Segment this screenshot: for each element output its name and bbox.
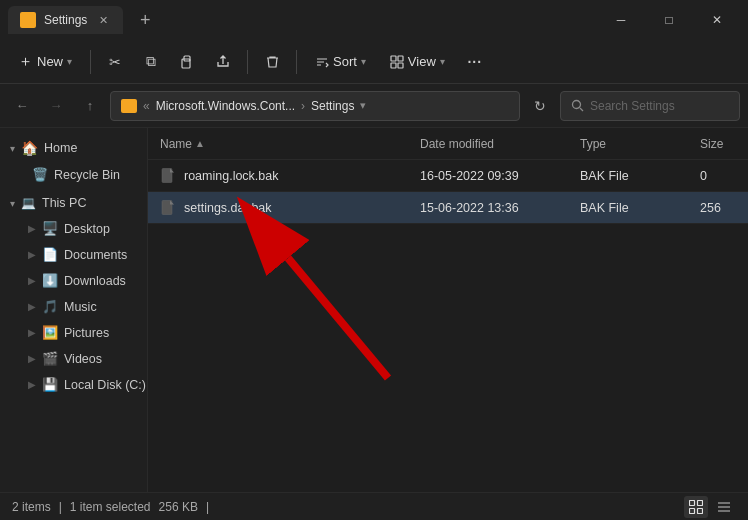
svg-point-6: [573, 101, 581, 109]
copy-button[interactable]: ⧉: [135, 46, 167, 78]
sidebar-item-desktop[interactable]: ▶ 🖥️ Desktop: [4, 216, 143, 241]
close-button[interactable]: ✕: [694, 4, 740, 36]
sidebar-item-documents[interactable]: ▶ 📄 Documents: [4, 242, 143, 267]
file-icon-1: [160, 168, 176, 184]
videos-label: Videos: [64, 352, 102, 366]
active-tab[interactable]: Settings ✕: [8, 6, 123, 34]
videos-icon: 🎬: [42, 351, 58, 366]
file-size-2: 256: [700, 201, 736, 215]
view-button[interactable]: View ▾: [380, 49, 455, 74]
file-name-2: settings.dat.bak: [160, 200, 420, 216]
more-button[interactable]: ···: [459, 46, 491, 78]
address-bar: ← → ↑ « Microsoft.Windows.Cont... › Sett…: [0, 84, 748, 128]
svg-rect-0: [182, 59, 190, 68]
item-count: 2 items: [12, 500, 51, 514]
content-area: Name ▲ Date modified Type Size: [148, 128, 748, 492]
back-button[interactable]: ←: [8, 92, 36, 120]
sidebar-item-home[interactable]: ▾ 🏠 Home: [4, 135, 143, 161]
address-box[interactable]: « Microsoft.Windows.Cont... › Settings ▾: [110, 91, 520, 121]
desktop-label: Desktop: [64, 222, 110, 236]
music-label: Music: [64, 300, 97, 314]
tab-folder-icon: [20, 12, 36, 28]
selected-size: 256 KB: [159, 500, 198, 514]
svg-rect-12: [690, 508, 695, 513]
recycle-bin-label: Recycle Bin: [54, 168, 120, 182]
toolbar: ＋ New ▾ ✂ ⧉ Sort ▾ View ▾ ···: [0, 40, 748, 84]
address-chevron[interactable]: ▾: [360, 99, 366, 112]
documents-icon: 📄: [42, 247, 58, 262]
this-pc-icon: 💻: [21, 196, 36, 210]
address-separator-2: ›: [301, 99, 305, 113]
title-bar: Settings ✕ + ─ □ ✕: [0, 0, 748, 40]
cut-button[interactable]: ✂: [99, 46, 131, 78]
detail-view-button[interactable]: [712, 496, 736, 518]
sidebar-item-recycle-bin[interactable]: 🗑️ Recycle Bin: [4, 162, 143, 187]
desktop-icon: 🖥️: [42, 221, 58, 236]
window-controls: ─ □ ✕: [598, 4, 740, 36]
svg-rect-11: [698, 500, 703, 505]
sidebar-item-videos[interactable]: ▶ 🎬 Videos: [4, 346, 143, 371]
file-type-2: BAK File: [580, 201, 700, 215]
svg-rect-13: [698, 508, 703, 513]
toolbar-separator-3: [296, 50, 297, 74]
refresh-button[interactable]: ↻: [526, 92, 554, 120]
new-button[interactable]: ＋ New ▾: [8, 47, 82, 76]
file-list: Name ▲ Date modified Type Size: [148, 128, 748, 492]
file-list-header: Name ▲ Date modified Type Size: [148, 128, 748, 160]
delete-button[interactable]: [256, 46, 288, 78]
address-parent: Microsoft.Windows.Cont...: [156, 99, 295, 113]
minimize-button[interactable]: ─: [598, 4, 644, 36]
new-label: New: [37, 54, 63, 69]
recycle-bin-icon: 🗑️: [32, 167, 48, 182]
file-icon-2: [160, 200, 176, 216]
documents-label: Documents: [64, 248, 127, 262]
sidebar-item-pictures[interactable]: ▶ 🖼️ Pictures: [4, 320, 143, 345]
local-disk-label: Local Disk (C:): [64, 378, 146, 392]
sidebar-item-this-pc[interactable]: ▾ 💻 This PC: [4, 191, 143, 215]
downloads-icon: ⬇️: [42, 273, 58, 288]
tab-close-button[interactable]: ✕: [95, 12, 111, 28]
status-sep-1: |: [59, 500, 62, 514]
main-layout: ▾ 🏠 Home 🗑️ Recycle Bin ▾ 💻 This PC ▶ 🖥️…: [0, 128, 748, 492]
file-date-1: 16-05-2022 09:39: [420, 169, 580, 183]
new-tab-button[interactable]: +: [131, 6, 159, 34]
this-pc-label: This PC: [42, 196, 86, 210]
svg-rect-4: [391, 63, 396, 68]
search-box[interactable]: Search Settings: [560, 91, 740, 121]
forward-button[interactable]: →: [42, 92, 70, 120]
svg-rect-2: [391, 56, 396, 61]
downloads-label: Downloads: [64, 274, 126, 288]
file-type-1: BAK File: [580, 169, 700, 183]
sort-label: Sort: [333, 54, 357, 69]
file-name-1: roaming.lock.bak: [160, 168, 420, 184]
svg-rect-3: [398, 56, 403, 61]
local-disk-icon: 💾: [42, 377, 58, 392]
file-date-2: 15-06-2022 13:36: [420, 201, 580, 215]
pictures-icon: 🖼️: [42, 325, 58, 340]
up-button[interactable]: ↑: [76, 92, 104, 120]
sidebar-item-downloads[interactable]: ▶ ⬇️ Downloads: [4, 268, 143, 293]
address-folder-icon: [121, 99, 137, 113]
title-bar-left: Settings ✕ +: [8, 6, 590, 34]
sidebar-item-local-disk[interactable]: ▶ 💾 Local Disk (C:): [4, 372, 143, 397]
table-row[interactable]: settings.dat.bak 15-06-2022 13:36 BAK Fi…: [148, 192, 748, 224]
address-separator-1: «: [143, 99, 150, 113]
sidebar-item-music[interactable]: ▶ 🎵 Music: [4, 294, 143, 319]
paste-button[interactable]: [171, 46, 203, 78]
list-view-button[interactable]: [684, 496, 708, 518]
table-row[interactable]: roaming.lock.bak 16-05-2022 09:39 BAK Fi…: [148, 160, 748, 192]
home-icon: 🏠: [21, 140, 38, 156]
share-button[interactable]: [207, 46, 239, 78]
search-icon: [571, 99, 584, 112]
sidebar: ▾ 🏠 Home 🗑️ Recycle Bin ▾ 💻 This PC ▶ 🖥️…: [0, 128, 148, 492]
col-header-size[interactable]: Size: [700, 137, 736, 151]
sort-button[interactable]: Sort ▾: [305, 49, 376, 74]
toolbar-separator-1: [90, 50, 91, 74]
col-header-date[interactable]: Date modified: [420, 137, 580, 151]
svg-rect-5: [398, 63, 403, 68]
col-header-type[interactable]: Type: [580, 137, 700, 151]
tab-label: Settings: [44, 13, 87, 27]
pictures-label: Pictures: [64, 326, 109, 340]
maximize-button[interactable]: □: [646, 4, 692, 36]
col-header-name[interactable]: Name ▲: [160, 137, 420, 151]
